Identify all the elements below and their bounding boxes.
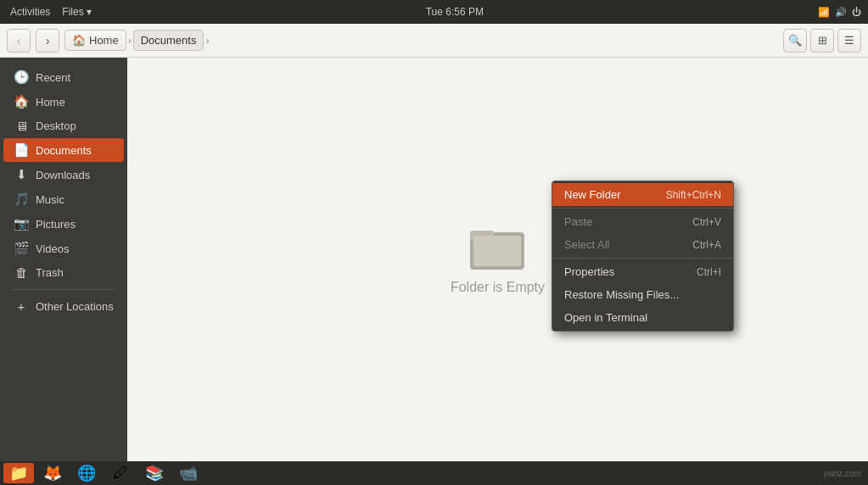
taskbar-app-video[interactable]: 📹 xyxy=(173,463,204,483)
topbar: Activities Files ▾ Tue 6:56 PM 📶 🔊 ⏻ xyxy=(0,0,868,24)
sidebar-item-label: Documents xyxy=(36,144,92,157)
menu-item-label: Select All xyxy=(564,238,609,251)
files-menu-button[interactable]: Files ▾ xyxy=(62,6,91,18)
taskbar-app-files[interactable]: 📁 xyxy=(3,463,34,483)
context-menu-item-properties[interactable]: Properties Ctrl+I xyxy=(552,260,733,283)
sidebar-item-label: Downloads xyxy=(36,169,90,181)
sidebar-item-label: Recent xyxy=(36,71,70,84)
music-icon: 🎵 xyxy=(14,192,29,207)
sidebar-item-pictures[interactable]: 📷 Pictures xyxy=(3,212,124,236)
sidebar-item-label: Home xyxy=(36,96,65,109)
topbar-system-icons: 📶 🔊 ⏻ xyxy=(818,7,861,18)
empty-label: Folder is Empty xyxy=(451,280,545,295)
breadcrumb-separator: › xyxy=(128,35,132,47)
sidebar-item-music[interactable]: 🎵 Music xyxy=(3,187,124,211)
sidebar-item-downloads[interactable]: ⬇ Downloads xyxy=(3,163,124,187)
menu-item-shortcut: Ctrl+A xyxy=(692,239,721,251)
sidebar-item-label: Desktop xyxy=(36,120,76,132)
svg-rect-3 xyxy=(473,236,521,266)
activities-button[interactable]: Activities xyxy=(7,4,53,20)
files-taskbar-icon: 📁 xyxy=(9,464,28,482)
context-menu-item-open-terminal[interactable]: Open in Terminal xyxy=(552,306,733,329)
context-menu-divider-2 xyxy=(552,258,733,259)
sidebar-item-other-locations[interactable]: + Other Locations xyxy=(3,295,124,318)
empty-folder-icon xyxy=(470,224,524,270)
menu-button[interactable]: ☰ xyxy=(837,29,861,53)
search-icon: 🔍 xyxy=(788,34,802,47)
menu-item-shortcut: Ctrl+I xyxy=(697,266,721,278)
menu-item-shortcut: Ctrl+V xyxy=(692,216,721,228)
menu-item-label: Properties xyxy=(564,265,614,278)
context-menu-divider xyxy=(552,208,733,209)
view-toggle-button[interactable]: ⊞ xyxy=(810,29,834,53)
menu-item-label: Paste xyxy=(564,215,592,228)
topbar-clock: Tue 6:56 PM xyxy=(426,6,484,18)
content-area[interactable]: Folder is Empty New Folder Shift+Ctrl+N … xyxy=(127,58,868,461)
pictures-icon: 📷 xyxy=(14,216,29,231)
main-area: 🕒 Recent 🏠 Home 🖥 Desktop 📄 Documents ⬇ … xyxy=(0,58,868,461)
context-menu-item-restore-missing[interactable]: Restore Missing Files... xyxy=(552,283,733,306)
taskbar-app-browser1[interactable]: 🦊 xyxy=(37,463,68,483)
context-menu: New Folder Shift+Ctrl+N Paste Ctrl+V Sel… xyxy=(552,181,734,332)
toolbar: ‹ › 🏠 Home › Documents › 🔍 ⊞ ☰ xyxy=(0,24,868,58)
hamburger-icon: ☰ xyxy=(844,34,854,47)
sidebar-divider xyxy=(10,289,117,290)
menu-item-shortcut: Shift+Ctrl+N xyxy=(666,189,721,201)
breadcrumb-next: › xyxy=(205,35,209,47)
menu-item-label: Open in Terminal xyxy=(564,311,647,324)
videos-icon: 🎬 xyxy=(14,241,29,256)
sidebar-item-videos[interactable]: 🎬 Videos xyxy=(3,237,124,260)
plus-icon: + xyxy=(14,299,29,314)
empty-folder-indicator: Folder is Empty xyxy=(451,224,545,295)
forward-button[interactable]: › xyxy=(36,29,59,53)
back-button[interactable]: ‹ xyxy=(7,29,31,53)
breadcrumb: 🏠 Home › Documents › xyxy=(64,30,778,51)
menu-item-label: Restore Missing Files... xyxy=(564,288,679,301)
context-menu-item-paste[interactable]: Paste Ctrl+V xyxy=(552,210,733,233)
power-icon: ⏻ xyxy=(852,7,861,17)
video-icon: 📹 xyxy=(179,464,198,482)
firefox-icon: 🦊 xyxy=(43,464,62,482)
sidebar-item-recent[interactable]: 🕒 Recent xyxy=(3,65,124,89)
home-icon: 🏠 xyxy=(72,34,86,47)
sidebar-item-documents[interactable]: 📄 Documents xyxy=(3,138,124,162)
editor-icon: 🖊 xyxy=(113,465,128,482)
wifi-icon: 📶 xyxy=(818,7,830,18)
taskbar-app-browser2[interactable]: 🌐 xyxy=(71,463,102,483)
context-menu-item-select-all[interactable]: Select All Ctrl+A xyxy=(552,233,733,256)
sidebar-item-label: Pictures xyxy=(36,218,76,231)
home-icon: 🏠 xyxy=(14,94,29,109)
context-menu-item-new-folder[interactable]: New Folder Shift+Ctrl+N xyxy=(552,183,733,206)
grid-view-icon: ⊞ xyxy=(818,34,827,47)
search-button[interactable]: 🔍 xyxy=(783,29,807,53)
topbar-left: Activities Files ▾ xyxy=(7,4,92,20)
trash-icon: 🗑 xyxy=(14,265,29,280)
toolbar-actions: 🔍 ⊞ ☰ xyxy=(783,29,861,53)
recent-icon: 🕒 xyxy=(14,70,29,85)
books-icon: 📚 xyxy=(145,464,164,482)
sidebar-item-label: Videos xyxy=(36,242,70,255)
taskbar-app-books[interactable]: 📚 xyxy=(139,463,170,483)
taskbar-brand: ywnz.com xyxy=(824,469,865,478)
taskbar-app-editor[interactable]: 🖊 xyxy=(105,463,136,483)
desktop-icon: 🖥 xyxy=(14,119,29,133)
chrome-icon: 🌐 xyxy=(77,464,96,482)
sidebar: 🕒 Recent 🏠 Home 🖥 Desktop 📄 Documents ⬇ … xyxy=(0,58,127,461)
sidebar-item-label: Music xyxy=(36,193,64,206)
breadcrumb-current[interactable]: Documents xyxy=(133,30,204,51)
documents-icon: 📄 xyxy=(14,142,29,158)
menu-item-label: New Folder xyxy=(564,188,620,201)
sidebar-item-label: Trash xyxy=(36,266,64,279)
sidebar-item-trash[interactable]: 🗑 Trash xyxy=(3,261,124,284)
sidebar-item-home[interactable]: 🏠 Home xyxy=(3,90,124,114)
file-manager: ‹ › 🏠 Home › Documents › 🔍 ⊞ ☰ xyxy=(0,24,868,461)
breadcrumb-home[interactable]: 🏠 Home xyxy=(64,30,126,51)
volume-icon: 🔊 xyxy=(835,7,847,18)
sidebar-item-desktop[interactable]: 🖥 Desktop xyxy=(3,114,124,137)
taskbar: 📁 🦊 🌐 🖊 📚 📹 ywnz.com xyxy=(0,461,868,485)
downloads-icon: ⬇ xyxy=(14,167,29,182)
sidebar-item-label: Other Locations xyxy=(36,300,114,313)
